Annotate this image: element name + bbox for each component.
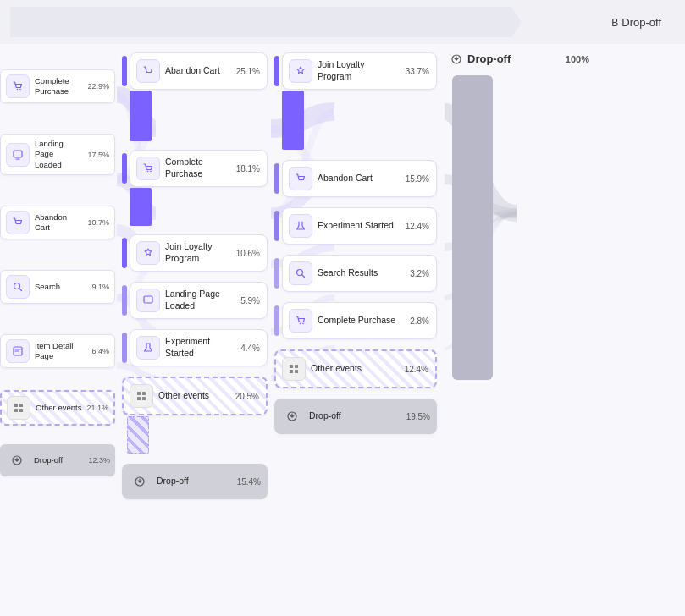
col2-ac-leftbar [274,163,279,194]
col1-jlp-label: Join Loyalty Program [165,241,231,264]
col0-do-text: Drop-off [34,455,83,465]
col2-sr-label: Search Results [318,267,405,279]
col2-jlp-pct: 33.7% [406,67,429,76]
svg-rect-15 [137,397,141,400]
col2-sr-icon [289,261,312,285]
col2-jlp-icon [289,59,312,83]
col1-lp-label: Landing Page Loaded [165,289,235,311]
col2-sr-text: Search Results [318,267,405,279]
col1-other-events[interactable]: Other events 20.5% [122,377,268,415]
breadcrumb-step-d[interactable] [386,7,522,37]
breadcrumb-step-c[interactable] [261,7,396,37]
col2-es-label: Experiment Started [318,220,401,232]
svg-rect-2 [14,151,22,157]
svg-rect-22 [295,365,298,368]
col1-es-leftbar [122,333,127,363]
col1-oe-text: Other events [158,390,230,402]
col2-do-text: Drop-off [309,410,401,422]
col2-oe-icon [282,357,306,381]
svg-rect-21 [290,365,293,368]
col1-jlp-text: Join Loyalty Program [165,241,231,264]
svg-rect-13 [137,392,141,395]
col2-es-pct: 12.4% [406,222,429,231]
col1-do-icon [128,470,152,493]
col0-lp-text: Landing Page Loaded [35,139,82,170]
col2-oe-text: Other events [311,363,400,375]
column-dropoff: Drop-off 100% [440,44,593,616]
col1-landing-page[interactable]: Landing Page Loaded 5.9% [130,282,268,319]
col2-dropoff[interactable]: Drop-off 19.5% [274,399,437,434]
col1-lp-leftbar [122,285,127,316]
col0-abandon-cart[interactable]: Abandon Cart 10.7% [0,206,115,239]
col1-lp-text: Landing Page Loaded [165,289,235,311]
col1-do-label: Drop-off [157,476,232,487]
svg-rect-16 [142,397,146,400]
col1-es-label: Experiment Started [165,336,235,359]
col1-es-pct: 4.4% [240,344,260,353]
col0-other-events[interactable]: Other events 21.1% [0,390,115,426]
col2-do-pct: 19.5% [406,412,430,421]
col2-search-results[interactable]: Search Results 3.2% [282,255,437,292]
col0-lp-pct: 17.5% [87,151,109,159]
svg-point-20 [302,323,304,325]
col0-dropoff[interactable]: Drop-off 12.3% [0,444,115,476]
svg-rect-24 [295,370,298,373]
col2-abandon-cart[interactable]: Abandon Cart 15.9% [282,160,437,197]
col0-lp-icon [6,143,30,167]
col1-dropoff[interactable]: Drop-off 15.4% [122,464,268,499]
col0-item-detail[interactable]: Item Detail Page 6.4% [0,334,115,368]
col0-oe-text: Other events [36,403,81,413]
col0-cp-label: Complete Purchase [35,76,82,97]
dropoff-text: Drop-off [621,16,661,29]
col1-oe-icon [130,384,153,408]
col2-experiment-started[interactable]: Experiment Started 12.4% [282,207,437,245]
col1-jlp-leftbar [122,238,127,268]
col1-complete-purchase[interactable]: Complete Purchase 18.1% [130,150,268,187]
col0-ac-icon [6,211,30,234]
col1-cp-pct: 18.1% [236,164,260,173]
col2-es-icon [289,214,312,238]
col2-ac-label: Abandon Cart [318,173,401,184]
dropoff-b-label: B [611,16,618,28]
col3-dropoff-label: Drop-off [467,52,511,65]
col0-oe-pct: 21.1% [86,404,108,412]
main-content: Complete Purchase 22.9% Landing Page Loa… [0,44,685,616]
col3-dropoff-pct: 100% [566,54,589,64]
col1-ac-pct: 25.1% [236,67,260,76]
col1-ac-label: Abandon Cart [165,65,231,77]
col1-do-pct: 15.4% [237,477,261,487]
col0-search-icon [6,275,30,299]
col2-jlp-leftbar [274,56,279,86]
col2-other-events[interactable]: Other events 12.4% [274,349,437,388]
col2-es-leftbar [274,211,279,241]
col0-do-label: Drop-off [34,455,83,465]
col0-complete-purchase[interactable]: Complete Purchase 22.9% [0,69,115,103]
col1-abandon-cart[interactable]: Abandon Cart 25.1% [130,52,268,90]
col0-search-pct: 9.1% [91,283,109,291]
svg-point-11 [150,171,152,173]
col1-oe-pct: 20.5% [235,392,259,401]
col1-es-text: Experiment Started [165,336,235,359]
col1-join-loyalty[interactable]: Join Loyalty Program 10.6% [130,234,268,272]
col2-cp-leftbar [274,305,279,336]
breadcrumb-step-b[interactable] [135,7,271,37]
col2-jlp-label: Join Loyalty Program [318,59,401,82]
col1-experiment-started[interactable]: Experiment Started 4.4% [130,329,268,366]
col2-oe-pct: 12.4% [405,365,428,374]
col2-ac-text: Abandon Cart [318,173,401,184]
col2-complete-purchase[interactable]: Complete Purchase 2.8% [282,302,437,339]
col2-cp-icon [289,309,312,333]
col1-cp-leftbar [122,153,127,184]
col2-oe-label: Other events [311,363,400,375]
breadcrumb-bar: B Drop-off [0,0,685,44]
col1-cp-icon [136,157,160,180]
col1-ac-bar [130,91,152,141]
col0-landing-page[interactable]: Landing Page Loaded 17.5% [0,134,115,175]
col1-ac-icon [136,59,160,83]
col2-join-loyalty[interactable]: Join Loyalty Program 33.7% [282,52,437,90]
col2-do-icon [280,404,304,428]
col0-search[interactable]: Search 9.1% [0,270,115,304]
svg-rect-23 [290,370,293,373]
breadcrumb-step-a[interactable] [10,7,146,37]
col2-ac-pct: 15.9% [406,174,429,184]
